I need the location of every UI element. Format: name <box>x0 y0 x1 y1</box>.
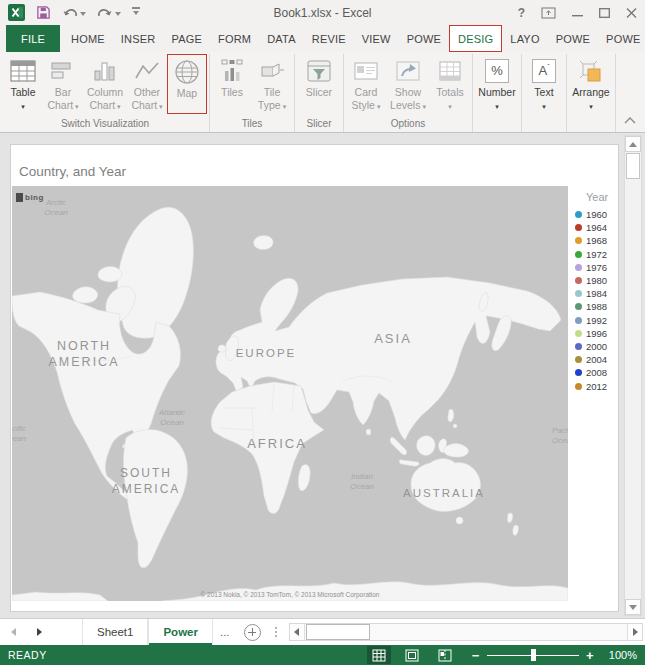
arrange-button[interactable]: Arrange <box>569 54 613 116</box>
table-button[interactable]: Table <box>3 54 43 116</box>
new-sheet-button[interactable] <box>244 624 261 641</box>
map-label-australia: AUSTRALIA <box>398 486 490 501</box>
legend-color-dot <box>575 237 582 244</box>
totals-button[interactable]: Totals <box>430 54 470 116</box>
horizontal-scrollbar[interactable] <box>289 623 643 641</box>
line-chart-icon <box>134 56 160 86</box>
legend-item[interactable]: 1972 <box>573 248 619 261</box>
legend-item[interactable]: 2000 <box>573 340 619 353</box>
tab-layout[interactable]: LAYO <box>502 25 547 52</box>
legend-item[interactable]: 2004 <box>573 353 619 366</box>
map-label-pacific-ocean-right: Pacific Ocean <box>552 426 568 445</box>
tab-view[interactable]: VIEW <box>354 25 399 52</box>
page-layout-view-button[interactable] <box>400 646 424 664</box>
zoom-out-button[interactable]: − <box>472 649 480 662</box>
vertical-scrollbar-thumb[interactable] <box>626 153 640 179</box>
tab-file[interactable]: FILE <box>6 25 60 52</box>
legend-item[interactable]: 2008 <box>573 366 619 379</box>
title-bar: Book1.xlsx - Excel ? <box>0 0 645 25</box>
tab-home[interactable]: HOME <box>63 25 113 52</box>
undo-button[interactable] <box>62 6 86 19</box>
other-chart-button[interactable]: Other Chart <box>127 54 167 116</box>
visualization-title[interactable]: Country, and Year <box>19 164 126 179</box>
ribbon-group-slicer: Slicer Slicer <box>295 54 344 132</box>
dropdown-arrow-icon <box>542 99 546 112</box>
sheet-nav-right-arrow[interactable] <box>26 619 52 645</box>
redo-button[interactable] <box>97 6 121 19</box>
excel-app-icon[interactable] <box>8 4 25 21</box>
map-legend: Year 1960 1964 1968 1972 1976 1980 1984 … <box>573 191 619 393</box>
legend-item[interactable]: 1980 <box>573 274 619 287</box>
legend-color-dot <box>575 277 582 284</box>
card-style-button[interactable]: Card Style <box>346 54 386 116</box>
map-button[interactable]: Map <box>167 54 207 114</box>
dropdown-arrow-icon <box>495 99 499 112</box>
tab-review[interactable]: REVIE <box>304 25 354 52</box>
horizontal-scrollbar-thumb[interactable] <box>306 624 370 640</box>
scroll-down-arrow[interactable] <box>625 599 641 615</box>
tab-power-2[interactable]: POWE <box>548 25 598 52</box>
dropdown-arrow-icon <box>281 99 287 111</box>
page-break-preview-button[interactable] <box>433 646 457 664</box>
ribbon-group-number: % Number <box>473 54 522 132</box>
tab-power-3[interactable]: POWE <box>598 25 645 52</box>
legend-color-dot <box>575 330 582 337</box>
tab-formulas[interactable]: FORM <box>210 25 259 52</box>
column-chart-icon <box>92 56 118 86</box>
tab-powerpivot[interactable]: POWE <box>399 25 449 52</box>
vertical-scrollbar[interactable] <box>624 135 642 616</box>
group-label-slicer: Slicer <box>297 116 341 132</box>
zoom-in-button[interactable]: + <box>586 649 594 662</box>
ribbon-group-tiles: Tiles Tile Type Tiles <box>210 54 295 132</box>
save-button[interactable] <box>36 5 51 20</box>
tile-type-button[interactable]: Tile Type <box>252 54 292 116</box>
scroll-up-arrow[interactable] <box>625 136 641 152</box>
maximize-button[interactable] <box>599 8 610 18</box>
legend-item[interactable]: 1968 <box>573 234 619 247</box>
power-view-map[interactable]: bing Arctic Ocean NORTH AMERICA EUROPE A… <box>12 186 568 601</box>
column-chart-button[interactable]: Column Chart <box>83 54 127 116</box>
ribbon-display-options-icon[interactable] <box>541 7 556 19</box>
slicer-button[interactable]: Slicer <box>297 54 341 116</box>
zoom-percentage[interactable]: 100% <box>603 649 637 661</box>
legend-item[interactable]: 1960 <box>573 208 619 221</box>
group-label-options: Options <box>346 116 470 132</box>
text-button[interactable]: Aˆ Text <box>524 54 564 116</box>
legend-item[interactable]: 1964 <box>573 221 619 234</box>
legend-item[interactable]: 1988 <box>573 300 619 313</box>
normal-view-button[interactable] <box>367 646 391 664</box>
tab-data[interactable]: DATA <box>259 25 304 52</box>
tile-type-icon <box>259 56 285 86</box>
legend-item[interactable]: 2012 <box>573 379 619 392</box>
sheet-tab-sheet1[interactable]: Sheet1 <box>82 619 148 645</box>
sheet-tab-overflow[interactable]: ... <box>213 619 237 645</box>
legend-item[interactable]: 1976 <box>573 261 619 274</box>
zoom-slider-thumb[interactable] <box>531 649 536 661</box>
close-button[interactable] <box>626 8 637 18</box>
ribbon-group-switch-visualization: Table Bar Chart Column Chart <box>1 54 210 132</box>
tiles-button[interactable]: Tiles <box>212 54 252 116</box>
tab-design[interactable]: DESIG <box>449 25 502 52</box>
legend-item[interactable]: 1992 <box>573 314 619 327</box>
scroll-left-arrow[interactable] <box>290 624 305 640</box>
legend-item[interactable]: 1996 <box>573 327 619 340</box>
tab-page-layout[interactable]: PAGE <box>163 25 210 52</box>
sheet-tab-bar: Sheet1 Power ... <box>0 618 645 645</box>
sheet-nav-left-arrow[interactable] <box>0 619 26 645</box>
map-copyright: © 2013 Nokia, © 2013 TomTom, © 2013 Micr… <box>12 591 568 598</box>
bar-chart-button[interactable]: Bar Chart <box>43 54 83 116</box>
scroll-right-arrow[interactable] <box>627 624 642 640</box>
legend-color-dot <box>575 211 582 218</box>
show-levels-button[interactable]: Show Levels <box>386 54 430 116</box>
collapse-ribbon-icon[interactable] <box>624 110 636 128</box>
zoom-slider[interactable] <box>487 649 579 661</box>
number-button[interactable]: % Number <box>475 54 519 116</box>
customize-quick-access-toolbar-button[interactable] <box>132 7 140 18</box>
help-icon[interactable]: ? <box>518 6 525 20</box>
legend-item[interactable]: 1984 <box>573 287 619 300</box>
minimize-button[interactable] <box>572 8 583 18</box>
tab-scrollbar-divider[interactable] <box>268 619 284 645</box>
tab-insert[interactable]: INSER <box>113 25 164 52</box>
ribbon-group-arrange: Arrange <box>567 54 616 132</box>
sheet-tab-power-view[interactable]: Power <box>148 619 213 645</box>
